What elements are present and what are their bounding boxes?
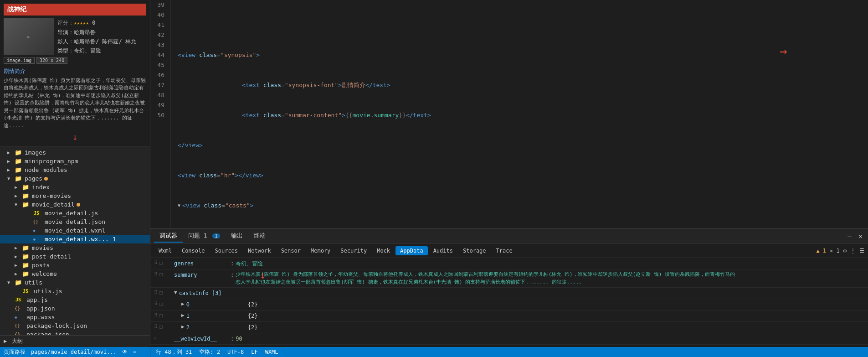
tree-item-pages[interactable]: ▼ 📁 pages: [0, 174, 150, 183]
checkbox-summary[interactable]: □: [159, 271, 163, 279]
dtab-security[interactable]: Security: [336, 246, 371, 255]
cast-2-toggle[interactable]: ▶: [181, 323, 185, 331]
file-path[interactable]: pages/movie_detail/movi...: [31, 349, 117, 355]
tree-item-app-json[interactable]: {} app.json: [0, 304, 150, 313]
folder-icon-more-movies: 📁: [22, 192, 30, 199]
more-icon[interactable]: ⋯: [133, 349, 136, 355]
cast-1-toggle[interactable]: ▶: [181, 312, 185, 320]
pages-modified-badge: [44, 177, 48, 181]
arrow-castsinfo-container: ⠿ □ ▼ castsInfo [3] ↓: [150, 288, 868, 299]
tree-item-miniprogram[interactable]: ▶ 📁 miniprogram_npm: [0, 157, 150, 166]
drag-handle-summary: ⠿: [154, 271, 158, 279]
dtab-mock[interactable]: Mock: [372, 246, 395, 255]
tree-item-posts[interactable]: ▶ 📁 posts: [0, 261, 150, 269]
expand-arrow-images: ▶: [7, 150, 15, 155]
dtab-network[interactable]: Network: [243, 246, 276, 255]
folder-icon-welcome: 📁: [22, 270, 30, 277]
tree-item-movie-detail-json[interactable]: {} movie_detail.json: [0, 217, 150, 226]
debug-row-summary: ⠿ □ summary : 少年铁木真(陈伟霆 饰) 身为部落首领之子，年幼丧父…: [150, 269, 868, 288]
main-layout: 战神纪 ▶ image.img 320 x 240 评分：★★★★★ 0 导演：…: [0, 0, 868, 357]
code-line-44: <view class="hr"></view>: [178, 171, 861, 181]
code-line-42: <text class="summar-content">{{movie.sum…: [178, 110, 861, 120]
image-tooltip: image.img: [4, 57, 35, 64]
path-label: 页面路径: [4, 348, 26, 356]
dtab-trace[interactable]: Trace: [492, 246, 517, 255]
code-line-45: ▼<view class="casts">: [178, 201, 861, 211]
more-options-icon[interactable]: ⋮: [850, 248, 856, 254]
gear-icon[interactable]: ⚙: [843, 248, 847, 254]
debug-row-webviewid: □ __webviewId__ : 90: [150, 333, 868, 345]
tree-item-more-movies[interactable]: ▶ 📁 more-movies: [0, 191, 150, 200]
dtab-console[interactable]: Console: [177, 246, 210, 255]
debug-toolbar: — ✕: [846, 232, 864, 241]
debug-row-genres: ⠿ □ genres : 奇幻、冒险: [150, 258, 868, 269]
wxml-icon-detail: ◈: [33, 228, 41, 233]
wxss-icon-app: ◈: [15, 315, 23, 320]
tree-item-app-wxss[interactable]: ◈ app.wxss: [0, 313, 150, 321]
outline-toggle[interactable]: ▶ 大纲: [0, 335, 150, 347]
tree-item-movie-detail[interactable]: ▼ 📁 movie_detail: [0, 200, 150, 209]
dtab-sensor[interactable]: Sensor: [277, 246, 305, 255]
json-icon-pkg-lock: {}: [15, 323, 23, 328]
tree-item-post-detail[interactable]: ▶ 📁 post-detail: [0, 252, 150, 261]
editor-status-bar: 行 48，列 31 空格: 2 UTF-8 LF WXML: [150, 347, 868, 357]
casts-toggle[interactable]: ▼: [174, 289, 177, 297]
tab-terminal[interactable]: 终端: [248, 230, 271, 243]
code-content[interactable]: <view class="synopsis"> <text class="syn…: [170, 0, 868, 228]
dtab-wxml[interactable]: Wxml: [154, 246, 176, 255]
tree-item-movies[interactable]: ▶ 📁 movies: [0, 243, 150, 252]
tab-output[interactable]: 输出: [226, 230, 248, 243]
tree-item-package-lock[interactable]: {} package-lock.json: [0, 321, 150, 330]
folder-icon-post-detail: 📁: [22, 253, 30, 260]
code-line-40: <view class="synopsis">: [178, 50, 861, 60]
line-numbers: 39 40 41 42 43 44 45 46 47 48 49 50: [150, 0, 170, 228]
folder-icon-miniprogram: 📁: [15, 158, 23, 165]
close-panel-btn[interactable]: ✕: [857, 232, 864, 241]
code-area: ↙ <view class="synopsis"> <text class="s…: [170, 0, 868, 228]
dtab-storage[interactable]: Storage: [458, 246, 491, 255]
tree-item-movie-detail-wxss[interactable]: ◈ movie_detail.wx... 1: [0, 235, 150, 243]
dtab-audits[interactable]: Audits: [429, 246, 457, 255]
checkbox[interactable]: □: [159, 259, 163, 267]
code-editor: 39 40 41 42 43 44 45 46 47 48 49 50 ↙: [150, 0, 868, 228]
drag-handle: ⠿: [154, 259, 158, 267]
drag-handle-casts: ⠿: [154, 289, 158, 297]
folder-icon-index: 📁: [22, 184, 30, 191]
cast-0-toggle[interactable]: ▶: [181, 300, 185, 308]
tree-item-package-json[interactable]: {} package.json: [0, 330, 150, 335]
tree-item-app-js[interactable]: JS app.js: [0, 295, 150, 304]
tree-item-utils[interactable]: ▼ 📁 utils: [0, 278, 150, 287]
json-icon-app: {}: [15, 306, 23, 311]
movie-title: 战神纪: [4, 4, 146, 16]
tab-debugger[interactable]: 调试器: [154, 230, 183, 243]
minimize-btn[interactable]: —: [846, 232, 853, 241]
red-arrow-castsinfo: ↓: [260, 269, 266, 281]
code-line-41: <text class="synopsis-font">剧情简介</text>: [178, 80, 861, 90]
warning-count: ▲ 1 ✕ 1 ⚙ ⋮ ☰: [816, 248, 864, 254]
eye-icon[interactable]: 👁: [122, 349, 128, 355]
tab-problems[interactable]: 问题 1 1: [183, 230, 226, 243]
checkbox-casts[interactable]: □: [159, 289, 163, 297]
panel-toggle-icon[interactable]: ☰: [859, 248, 864, 254]
movie-detail-badge: [77, 203, 80, 207]
debug-content: ⠿ □ genres : 奇幻、冒险 ⠿ □ summary : 少年铁木真(陈…: [150, 258, 868, 347]
tree-item-welcome[interactable]: ▶ 📁 welcome: [0, 269, 150, 278]
dtab-memory[interactable]: Memory: [306, 246, 335, 255]
dtab-appdata[interactable]: AppData: [395, 246, 428, 255]
tree-item-node-modules[interactable]: ▶ 📁 node_modules: [0, 166, 150, 174]
tree-item-movie-detail-js[interactable]: JS movie_detail.js: [0, 209, 150, 217]
tree-item-utils-js[interactable]: JS utils.js: [0, 287, 150, 295]
tree-item-index[interactable]: ▶ 📁 index: [0, 183, 150, 191]
folder-icon-node-modules: 📁: [15, 166, 23, 173]
tree-item-images[interactable]: ▶ 📁 images: [0, 148, 150, 157]
json-icon-pkg: {}: [15, 332, 23, 335]
debug-row-castsinfo: ⠿ □ ▼ castsInfo [3]: [150, 288, 868, 299]
code-line-43: </view>: [178, 140, 861, 150]
folder-icon-images: 📁: [15, 149, 23, 156]
folder-icon-posts: 📁: [22, 262, 30, 269]
js-icon-detail: JS: [33, 211, 41, 216]
js-icon-app: JS: [15, 297, 23, 302]
dtab-sources[interactable]: Sources: [210, 246, 242, 255]
tree-item-movie-detail-wxml[interactable]: ◈ movie_detail.wxml: [0, 226, 150, 235]
status-bar: 页面路径 pages/movie_detail/movi... 👁 ⋯: [0, 347, 150, 357]
